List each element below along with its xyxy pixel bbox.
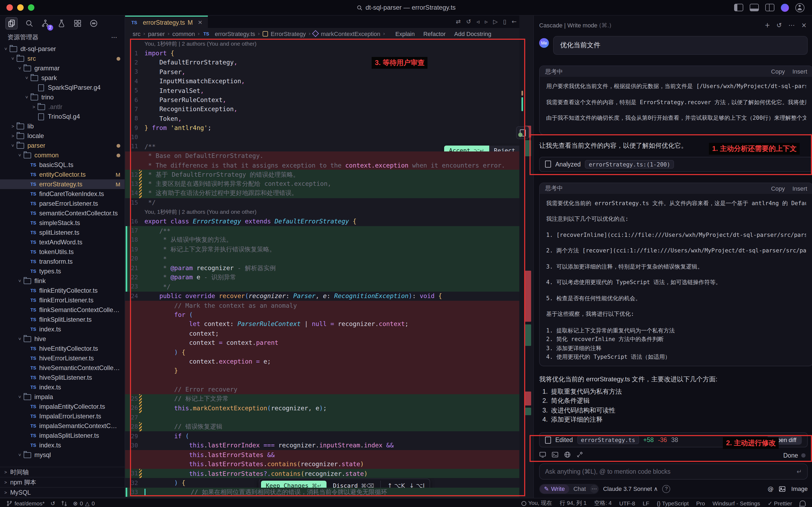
zoom-window-button[interactable] <box>28 4 35 11</box>
extensions-icon[interactable] <box>73 18 82 27</box>
tree-item-SparkSqlParser.g4[interactable]: SparkSqlParser.g4 <box>0 83 125 92</box>
cascade-edit-indicator[interactable] <box>516 126 529 139</box>
breadcrumb-method[interactable]: markContextException <box>321 30 380 37</box>
code-line-6[interactable]: 6 ParserRuleContext, <box>125 95 533 105</box>
code-line-20[interactable]: 20 * <box>125 254 533 264</box>
code-line-16[interactable]: 16export class ErrorStrategy extends Def… <box>125 217 533 226</box>
compare-changes-icon[interactable]: ⇄ <box>456 18 461 25</box>
mention-icon[interactable]: @ <box>768 485 773 492</box>
terminal-icon[interactable] <box>552 451 559 460</box>
status-item-5[interactable]: {} TypeScript <box>657 500 689 506</box>
panel-timeline[interactable]: >时间轴 <box>0 467 125 477</box>
status-item-1[interactable]: 行 94, 列 1 <box>560 500 586 507</box>
toggle-sidebar-icon[interactable] <box>734 4 743 11</box>
tree-item-hiveSplitListener.ts[interactable]: hiveSplitListener.ts <box>0 373 125 382</box>
code-line-2[interactable]: 2 DefaultErrorStrategy, <box>125 58 533 67</box>
tree-item-index.ts[interactable]: index.ts <box>0 324 125 334</box>
insert-button[interactable]: Insert <box>793 68 807 75</box>
tree-item-mysql[interactable]: >mysql <box>0 450 125 460</box>
prev-change-icon[interactable]: ◃ <box>476 18 479 25</box>
copy-button[interactable]: Copy <box>771 68 785 75</box>
tree-item-hive[interactable]: >hive <box>0 334 125 344</box>
add-docstring-action[interactable]: Add Docstring <box>454 30 491 37</box>
screen-icon[interactable] <box>539 451 546 460</box>
close-tab-icon[interactable]: × <box>197 19 202 26</box>
code-line-23[interactable]: 23 */ <box>125 282 533 291</box>
branch-indicator[interactable]: feat/demos* <box>6 500 45 506</box>
status-item-4[interactable]: LF <box>643 500 649 506</box>
tree-item-TrinoSql.g4[interactable]: TrinoSql.g4 <box>0 112 125 121</box>
code-line[interactable]: * Base on DefaultErrorStrategy. <box>125 151 533 161</box>
code-line[interactable]: context.exception = e; <box>125 357 533 366</box>
code-line-17[interactable]: 17 /** <box>125 226 533 235</box>
refactor-action[interactable]: Refactor <box>423 30 446 37</box>
insert-button[interactable]: Insert <box>793 185 807 191</box>
tree-item-transform.ts[interactable]: transform.ts <box>0 257 125 266</box>
code-line[interactable]: ) { <box>125 347 533 357</box>
tab-errorstrategy[interactable]: errorStrategy.ts M × <box>125 15 208 28</box>
status-item-0[interactable]: You, 现在 <box>521 500 552 507</box>
split-editor-icon[interactable]: ▯ <box>503 18 506 25</box>
analyzed-row[interactable]: Analyzed errorStrategy.ts:(1-200) <box>539 157 812 172</box>
windsurf-assistant-icon[interactable] <box>781 3 789 11</box>
tree-item-trino[interactable]: >trino <box>0 92 125 102</box>
tree-item-flinkEntityCollector.ts[interactable]: flinkEntityCollector.ts <box>0 286 125 295</box>
cascade-input[interactable]: Ask anything (⌘L), @ to mention code blo… <box>539 463 808 480</box>
minimap[interactable] <box>519 15 533 498</box>
tree-item-index.ts[interactable]: index.ts <box>0 440 125 450</box>
problems-indicator[interactable]: ⊗0 △0 <box>73 500 95 506</box>
tree-item-src[interactable]: >src <box>0 54 125 63</box>
tree-item-grammar[interactable]: >grammar <box>0 63 125 73</box>
code-line-21[interactable]: 21 * @param recognizer - 解析器实例 <box>125 264 533 273</box>
code-line-18[interactable]: 18 * 从错误中恢复的方法。 <box>125 235 533 245</box>
explain-action[interactable]: Explain <box>395 30 415 37</box>
tools-icon[interactable] <box>576 451 583 460</box>
code-line-30[interactable]: 30 this.lastErrorIndex === recognizer.in… <box>125 441 533 450</box>
back-icon[interactable]: ← <box>512 18 517 25</box>
minimize-window-button[interactable] <box>17 4 23 11</box>
tree-item-types.ts[interactable]: types.ts <box>0 266 125 276</box>
code-line[interactable]: this.lastErrorStates.contains(recognizer… <box>125 459 533 469</box>
explorer-more-icon[interactable]: ··· <box>111 34 117 41</box>
tree-item-impalaEntityCollector.ts[interactable]: impalaEntityCollector.ts <box>0 402 125 411</box>
breadcrumb-file[interactable]: errorStrategy.ts <box>215 30 255 37</box>
tree-item-parser[interactable]: >parser <box>0 141 125 150</box>
tree-item-findCaretTokenIndex.ts[interactable]: findCaretTokenIndex.ts <box>0 189 125 199</box>
code-line-27[interactable]: 27 <box>125 413 533 422</box>
code-line-9[interactable]: 9} from 'antlr4ng'; <box>125 123 533 133</box>
code-line-4[interactable]: 4 InputMismatchException, <box>125 76 533 86</box>
analyzed-file-chip[interactable]: errorStrategy.ts:(1-200) <box>585 160 674 168</box>
code-line-26[interactable]: 26 this.markContextException(recognizer,… <box>125 403 533 413</box>
breadcrumb-common[interactable]: common <box>172 30 195 37</box>
code-line[interactable]: let context: ParserRuleContext | null = … <box>125 319 533 329</box>
code-line-25[interactable]: 25 // 标记上下文异常 <box>125 394 533 404</box>
copy-button[interactable]: Copy <box>771 185 785 191</box>
image-icon[interactable] <box>779 485 786 492</box>
mode-more-button[interactable]: ··· <box>590 485 598 493</box>
history-icon[interactable]: ↺ <box>776 21 782 29</box>
toggle-panel-icon[interactable] <box>750 4 759 11</box>
code-line-33[interactable]: 33 // 如果在相同位置遇到相同状态的错误，消耗当前令牌以避免无限循环 <box>125 488 533 497</box>
tree-item-locale[interactable]: >locale <box>0 131 125 141</box>
code-line-19[interactable]: 19 * 标记上下文异常并执行错误恢复策略。 <box>125 245 533 254</box>
code-line-8[interactable]: 8 Token, <box>125 114 533 123</box>
tree-item-.antlr[interactable]: >.antlr <box>0 102 125 112</box>
tree-item-index.ts[interactable]: index.ts <box>0 382 125 392</box>
code-line-13[interactable]: 13 * 主要区别是在遇到错误时将异常分配给 context.exception… <box>125 179 533 189</box>
chat-mode-button[interactable]: Chat <box>570 485 589 493</box>
sync-icon[interactable]: ↺ <box>51 500 55 506</box>
status-item-8[interactable]: ✓ Prettier <box>768 500 792 506</box>
tree-item-dt-sql-parser[interactable]: >dt-sql-parser <box>0 44 125 54</box>
tree-item-errorStrategy.ts[interactable]: errorStrategy.tsM <box>0 179 125 189</box>
code-line[interactable]: this.lastErrorStates && <box>125 450 533 459</box>
tree-item-entityCollector.ts[interactable]: entityCollector.tsM <box>0 170 125 179</box>
new-chat-icon[interactable]: + <box>765 21 770 29</box>
code-line[interactable] <box>125 376 533 385</box>
tree-item-common[interactable]: >common <box>0 150 125 160</box>
code-line-7[interactable]: 7 RecognitionException, <box>125 105 533 114</box>
image-label[interactable]: Image <box>791 486 808 492</box>
code-line-3[interactable]: 3 Parser, <box>125 67 533 76</box>
code-line-29[interactable]: 29 if ( <box>125 432 533 441</box>
code-editor[interactable]: Accept⌥↵ Reject⇧⌥⌫ Keep Changes⌘↵ Discar… <box>125 39 533 498</box>
done-status[interactable]: Done <box>783 452 806 459</box>
